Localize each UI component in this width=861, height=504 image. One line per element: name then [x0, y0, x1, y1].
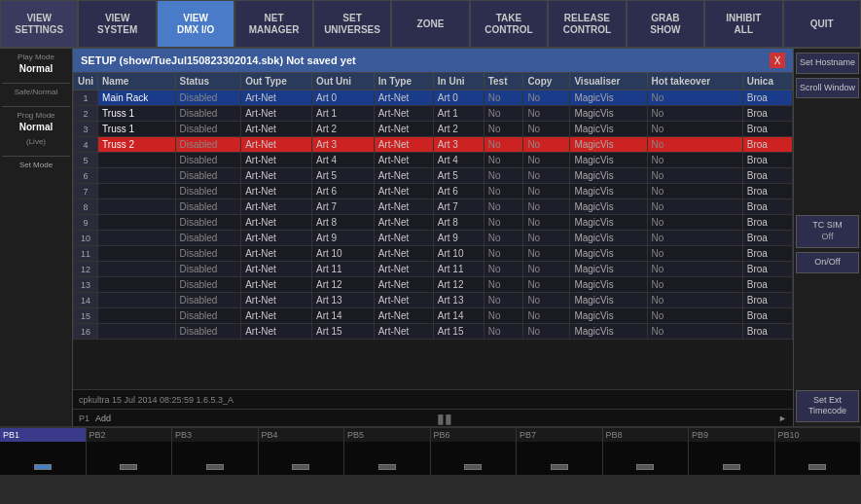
cell-hot-takeover: No — [647, 293, 742, 308]
cell-copy: No — [523, 231, 570, 246]
pb-item-pb9[interactable]: PB9 — [689, 428, 775, 475]
table-row[interactable]: 6 Disabled Art-Net Art 5 Art-Net Art 5 N… — [74, 168, 793, 184]
pb-slider-area[interactable] — [172, 442, 258, 475]
btn-take-control[interactable]: TAKECONTROL — [470, 0, 548, 48]
cell-name — [98, 324, 175, 340]
table-row[interactable]: 1 Main Rack Disabled Art-Net Art 0 Art-N… — [74, 90, 793, 106]
cell-out-uni: Art 6 — [312, 184, 375, 199]
table-row[interactable]: 11 Disabled Art-Net Art 10 Art-Net Art 1… — [74, 246, 793, 262]
play-mode-value: Normal — [2, 62, 70, 75]
pb-item-pb2[interactable]: PB2 — [87, 428, 173, 475]
btn-view-settings[interactable]: VIEWSETTINGS — [0, 0, 78, 48]
pb-item-pb4[interactable]: PB4 — [259, 428, 345, 475]
btn-net-manager[interactable]: NETMANAGER — [234, 0, 312, 48]
set-ext-timecode-btn[interactable]: Set Ext Timecode — [796, 390, 859, 422]
table-row[interactable]: 15 Disabled Art-Net Art 14 Art-Net Art 1… — [74, 308, 793, 324]
pb-slider-area[interactable] — [775, 442, 861, 475]
pb-slider-handle[interactable] — [378, 464, 396, 470]
tc-sim-value: Off — [799, 232, 856, 243]
pb-slider-handle[interactable] — [551, 464, 568, 470]
cell-hot-takeover: No — [647, 184, 742, 199]
cell-copy: No — [523, 215, 570, 231]
table-row[interactable]: 16 Disabled Art-Net Art 15 Art-Net Art 1… — [74, 324, 793, 340]
cell-status: Disabled — [175, 199, 241, 215]
cell-unica: Broa — [742, 199, 792, 215]
pb-item-pb5[interactable]: PB5 — [344, 428, 431, 475]
pb-item-pb6[interactable]: PB6 — [431, 428, 518, 475]
cell-out-uni: Art 7 — [312, 199, 375, 215]
pb-item-pb10[interactable]: PB10 — [775, 428, 862, 475]
cell-name — [98, 308, 175, 324]
btn-view-dmx-io[interactable]: VIEWDMX I/O — [157, 0, 234, 48]
cell-status: Disabled — [175, 308, 241, 324]
pb-item-pb3[interactable]: PB3 — [172, 428, 259, 475]
pb-slider-area[interactable] — [603, 442, 689, 475]
table-row[interactable]: 7 Disabled Art-Net Art 6 Art-Net Art 6 N… — [74, 184, 793, 199]
pb-slider-handle[interactable] — [292, 464, 309, 470]
cell-out-uni: Art 8 — [312, 215, 375, 231]
btn-grab-show[interactable]: GRABSHOW — [627, 0, 704, 48]
pb-item-pb8[interactable]: PB8 — [603, 428, 690, 475]
pb-slider-area[interactable] — [689, 442, 774, 475]
table-row[interactable]: 3 Truss 1 Disabled Art-Net Art 2 Art-Net… — [74, 122, 793, 137]
pb-label: PB4 — [259, 428, 344, 442]
col-test: Test — [484, 73, 523, 90]
btn-inhibit-all[interactable]: INHIBITALL — [704, 0, 782, 48]
pb-slider-handle[interactable] — [636, 464, 654, 470]
table-row[interactable]: 13 Disabled Art-Net Art 12 Art-Net Art 1… — [74, 277, 793, 293]
cell-uni: 5 — [74, 153, 98, 168]
table-row[interactable]: 5 Disabled Art-Net Art 4 Art-Net Art 4 N… — [74, 153, 793, 168]
table-row[interactable]: 9 Disabled Art-Net Art 8 Art-Net Art 8 N… — [74, 215, 793, 231]
cell-status: Disabled — [175, 293, 241, 308]
cell-in-uni: Art 4 — [433, 153, 484, 168]
cell-test: No — [484, 246, 523, 262]
table-row[interactable]: 4 Truss 2 Disabled Art-Net Art 3 Art-Net… — [74, 137, 793, 153]
table-row[interactable]: 8 Disabled Art-Net Art 7 Art-Net Art 7 N… — [74, 199, 793, 215]
pb-slider-area[interactable] — [259, 442, 344, 475]
universe-table-container[interactable]: Uni Name Status Out Type Out Uni In Type… — [73, 72, 793, 389]
table-row[interactable]: 10 Disabled Art-Net Art 9 Art-Net Art 9 … — [74, 231, 793, 246]
pb-label: PB6 — [431, 428, 517, 442]
pb-slider-handle[interactable] — [120, 464, 137, 470]
pb-item-pb7[interactable]: PB7 — [517, 428, 603, 475]
scroll-indicator: ▮▮ — [111, 411, 778, 426]
btn-release-control[interactable]: RELEASECONTROL — [548, 0, 626, 48]
pb-slider-area[interactable] — [344, 442, 430, 475]
dialog-close-button[interactable]: X — [770, 53, 785, 68]
pb-item-pb1[interactable]: PB1 — [0, 428, 87, 475]
pb-slider-area[interactable] — [0, 442, 86, 475]
cell-unica: Broa — [742, 168, 792, 184]
pb-slider-handle[interactable] — [206, 464, 224, 470]
btn-set-universes[interactable]: SETUNIVERSES — [313, 0, 391, 48]
top-toolbar: VIEWSETTINGS VIEWSYSTEM VIEWDMX I/O NETM… — [0, 0, 861, 49]
btn-zone[interactable]: ZONE — [391, 0, 469, 48]
pb-slider-handle[interactable] — [808, 464, 826, 470]
cell-name: Truss 1 — [98, 106, 175, 122]
table-row[interactable]: 12 Disabled Art-Net Art 11 Art-Net Art 1… — [74, 262, 793, 277]
col-in-uni: In Uni — [433, 73, 484, 90]
pb-slider-handle[interactable] — [464, 464, 482, 470]
cell-copy: No — [523, 262, 570, 277]
cell-name — [98, 168, 175, 184]
pb-slider-area[interactable] — [517, 442, 602, 475]
pb-slider-handle[interactable] — [34, 464, 52, 470]
cell-unica: Broa — [742, 246, 792, 262]
divider-2 — [2, 106, 70, 107]
set-hostname-btn[interactable]: Set Hostname — [796, 53, 859, 74]
add-button[interactable]: Add — [95, 414, 111, 423]
cell-out-uni: Art 11 — [312, 262, 375, 277]
table-row[interactable]: 14 Disabled Art-Net Art 13 Art-Net Art 1… — [74, 293, 793, 308]
on-off-btn[interactable]: On/Off — [796, 252, 859, 273]
btn-quit[interactable]: QUIT — [783, 0, 861, 48]
set-mode-btn[interactable]: Set Mode — [2, 161, 70, 169]
table-row[interactable]: 2 Truss 1 Disabled Art-Net Art 1 Art-Net… — [74, 106, 793, 122]
pb-slider-handle[interactable] — [723, 464, 740, 470]
pb-slider-area[interactable] — [87, 442, 172, 475]
pb-slider-area[interactable] — [431, 442, 517, 475]
scroll-window-btn[interactable]: Scroll Window — [796, 78, 859, 99]
btn-view-system[interactable]: VIEWSYSTEM — [78, 0, 156, 48]
cell-test: No — [484, 90, 523, 106]
cell-in-type: Art-Net — [374, 215, 433, 231]
col-visualiser: Visualiser — [570, 73, 647, 90]
cell-test: No — [484, 153, 523, 168]
